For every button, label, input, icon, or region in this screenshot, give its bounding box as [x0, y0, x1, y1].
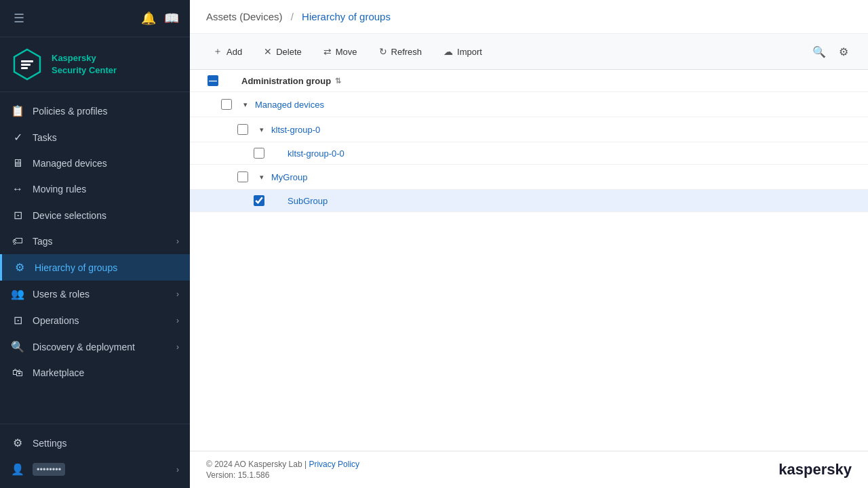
sidebar-item-marketplace[interactable]: 🛍 Marketplace: [0, 360, 190, 386]
breadcrumb: Assets (Devices) / Hierarchy of groups: [190, 0, 868, 34]
sidebar-item-label: Hierarchy of groups: [35, 262, 117, 273]
user-icon: 👤: [11, 463, 24, 476]
discovery-icon: 🔍: [11, 340, 24, 353]
sidebar-item-policies-profiles[interactable]: 📋 Policies & profiles: [0, 98, 190, 124]
logo-section: Kaspersky Security Center: [0, 37, 190, 92]
toolbar: ＋ Add ✕ Delete ⇄ Move ↻ Refresh ☁ Import…: [190, 34, 868, 70]
sidebar-item-label: Marketplace: [33, 367, 84, 378]
table-row[interactable]: ▾ Managed devices: [190, 92, 868, 117]
chevron-right-icon: ›: [176, 342, 179, 352]
sidebar-item-settings[interactable]: ⚙ Settings: [0, 430, 190, 456]
import-button[interactable]: ☁ Import: [434, 42, 492, 61]
table-row[interactable]: SubGroup: [190, 190, 868, 212]
row-name-label: MyGroup: [271, 172, 307, 182]
policies-icon: 📋: [11, 104, 24, 117]
move-icon: ⇄: [323, 46, 332, 57]
tasks-icon: ✓: [11, 131, 24, 144]
users-icon: 👥: [11, 287, 24, 300]
row-checkbox[interactable]: [237, 171, 248, 182]
hierarchy-icon: ⚙: [13, 261, 26, 274]
chevron-right-icon: ›: [176, 465, 179, 474]
privacy-policy-link[interactable]: Privacy Policy: [309, 460, 359, 469]
header-checkbox-minus[interactable]: —: [208, 75, 218, 86]
sidebar-header-icons: 🔔 📖: [141, 11, 179, 26]
kaspersky-logo: kaspersky: [778, 461, 852, 479]
table-row[interactable]: kltst-group-0-0: [190, 142, 868, 165]
sidebar-item-operations[interactable]: ⊡ Operations ›: [0, 307, 190, 333]
sidebar-item-device-selections[interactable]: ⊡ Device selections: [0, 202, 190, 228]
svg-rect-1: [21, 60, 33, 62]
sidebar-item-label: Users & roles: [33, 289, 90, 300]
logo-text: Kaspersky Security Center: [52, 52, 117, 77]
main-content: Assets (Devices) / Hierarchy of groups ＋…: [190, 0, 868, 488]
row-checkbox[interactable]: [221, 99, 232, 110]
table-area: — Administration group ⇅ ▾ Managed devic…: [190, 70, 868, 451]
sidebar-item-label: Tags: [33, 236, 53, 247]
sidebar-item-users-roles[interactable]: 👥 Users & roles ›: [0, 281, 190, 307]
breadcrumb-current: Hierarchy of groups: [302, 11, 391, 22]
row-checkbox[interactable]: [254, 195, 264, 206]
refresh-button[interactable]: ↻ Refresh: [370, 42, 432, 61]
marketplace-icon: 🛍: [11, 367, 24, 379]
logo-title-line2: Security Center: [52, 64, 117, 77]
table-row[interactable]: ▾ kltst-group-0: [190, 117, 868, 142]
tags-icon: 🏷: [11, 235, 24, 247]
footer-copyright: © 2024 AO Kaspersky Lab | Privacy Policy: [206, 460, 359, 469]
footer-left: © 2024 AO Kaspersky Lab | Privacy Policy…: [206, 460, 359, 480]
svg-rect-3: [21, 67, 28, 69]
chevron-right-icon: ›: [176, 237, 179, 246]
settings-icon: ⚙: [11, 436, 24, 449]
add-button[interactable]: ＋ Add: [203, 41, 252, 62]
nav-section: 📋 Policies & profiles ✓ Tasks 🖥 Managed …: [0, 92, 190, 424]
sidebar-item-hierarchy-of-groups[interactable]: ⚙ Hierarchy of groups: [0, 254, 190, 281]
book-icon[interactable]: 📖: [164, 11, 179, 26]
toolbar-right-icons: 🔍 ⚙: [808, 41, 854, 62]
kaspersky-logo-icon: [11, 48, 43, 81]
sidebar-item-managed-devices[interactable]: 🖥 Managed devices: [0, 150, 190, 176]
managed-devices-icon: 🖥: [11, 157, 24, 169]
expand-button[interactable]: ▾: [255, 170, 269, 184]
plus-icon: ＋: [213, 45, 222, 58]
sidebar-item-label: Discovery & deployment: [33, 342, 135, 352]
notifications-icon[interactable]: 🔔: [141, 11, 156, 26]
table-header: — Administration group ⇅: [190, 70, 868, 92]
sidebar-item-discovery-deployment[interactable]: 🔍 Discovery & deployment ›: [0, 333, 190, 360]
breadcrumb-parent[interactable]: Assets (Devices): [206, 11, 283, 22]
filter-button[interactable]: ⚙: [833, 41, 854, 62]
expand-button[interactable]: ▾: [239, 98, 252, 111]
footer: © 2024 AO Kaspersky Lab | Privacy Policy…: [190, 451, 868, 488]
breadcrumb-separator: /: [291, 11, 294, 22]
delete-button[interactable]: ✕ Delete: [254, 42, 311, 61]
chevron-right-icon: ›: [176, 289, 179, 299]
move-button[interactable]: ⇄ Move: [314, 42, 367, 61]
sidebar-bottom: ⚙ Settings 👤 •••••••• ›: [0, 424, 190, 488]
operations-icon: ⊡: [11, 314, 24, 327]
sidebar-item-tasks[interactable]: ✓ Tasks: [0, 124, 190, 150]
table-row[interactable]: ▾ MyGroup: [190, 165, 868, 190]
hamburger-button[interactable]: ☰: [11, 8, 27, 28]
sidebar-item-label: Moving rules: [33, 184, 86, 195]
sidebar-item-moving-rules[interactable]: ↔ Moving rules: [0, 176, 190, 202]
row-checkbox[interactable]: [237, 124, 248, 135]
search-button[interactable]: 🔍: [808, 41, 830, 62]
row-name-label: kltst-group-0: [271, 125, 320, 135]
sidebar-item-tags[interactable]: 🏷 Tags ›: [0, 228, 190, 254]
footer-version: Version: 15.1.586: [206, 470, 359, 480]
expand-button[interactable]: ▾: [255, 123, 269, 136]
sidebar-item-label: Operations: [33, 315, 79, 326]
moving-rules-icon: ↔: [11, 183, 24, 195]
sidebar: ☰ 🔔 📖 Kaspersky Security Center 📋 Polici…: [0, 0, 190, 488]
user-item[interactable]: 👤 •••••••• ›: [0, 456, 190, 483]
row-name-label: kltst-group-0-0: [288, 148, 344, 159]
svg-rect-2: [21, 64, 31, 66]
x-icon: ✕: [264, 46, 272, 57]
device-selections-icon: ⊡: [11, 209, 24, 222]
row-name-label: Managed devices: [255, 100, 324, 110]
sidebar-item-label: Device selections: [33, 210, 106, 221]
sort-icon[interactable]: ⇅: [335, 77, 341, 85]
logo-title-line1: Kaspersky: [52, 52, 117, 64]
sidebar-item-label: Tasks: [33, 132, 57, 143]
row-checkbox[interactable]: [254, 148, 264, 159]
sidebar-item-label: Policies & profiles: [33, 106, 108, 117]
sidebar-item-label: Settings: [33, 438, 67, 449]
